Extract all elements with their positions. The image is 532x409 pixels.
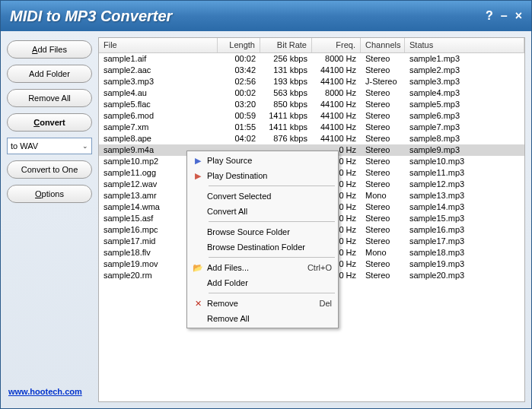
titlebar: MIDI to MP3 Converter ? – × [1, 1, 531, 31]
cell-status: sample16.mp3 [405, 224, 524, 236]
table-row[interactable]: sample8.ape04:02876 kbps44100 HzStereosa… [99, 133, 524, 144]
cell-status: sample1.mp3 [405, 53, 524, 65]
cell-freq: 44100 Hz [312, 133, 361, 144]
col-freq[interactable]: Freq. [312, 38, 361, 52]
cell-channels: Stereo [361, 144, 405, 156]
cell-length: 00:02 [218, 87, 260, 99]
ctx-add-files[interactable]: 📂 Add Files... Ctrl+O [189, 260, 336, 275]
add-files-button[interactable]: Add Files [7, 40, 92, 59]
ctx-separator [209, 221, 335, 222]
cell-file: sample4.au [99, 87, 218, 99]
ctx-separator [209, 257, 335, 258]
table-row[interactable]: sample3.mp302:56193 kbps44100 HzJ-Stereo… [99, 76, 524, 87]
delete-icon: ✕ [189, 299, 207, 309]
cell-length: 02:56 [218, 76, 260, 87]
cell-bitrate: 850 kbps [260, 99, 312, 110]
cell-channels: Stereo [361, 213, 405, 224]
cell-bitrate: 193 kbps [260, 76, 312, 87]
cell-length: 03:20 [218, 99, 260, 110]
table-row[interactable]: sample1.aif00:02256 kbps8000 HzStereosam… [99, 53, 524, 65]
cell-status: sample14.mp3 [405, 201, 524, 213]
cell-status: sample11.mp3 [405, 167, 524, 179]
cell-status: sample10.mp3 [405, 156, 524, 167]
col-file[interactable]: File [99, 38, 218, 52]
table-row[interactable]: sample2.aac03:42131 kbps44100 HzStereosa… [99, 65, 524, 76]
col-length[interactable]: Length [218, 38, 260, 52]
ctx-browse-destination[interactable]: Browse Destination Folder [189, 239, 336, 255]
cell-channels: Stereo [361, 65, 405, 76]
convert-button[interactable]: Convert [7, 113, 92, 132]
cell-status: sample13.mp3 [405, 190, 524, 201]
cell-channels: Stereo [361, 236, 405, 247]
cell-channels: Stereo [361, 224, 405, 236]
cell-bitrate: 256 kbps [260, 53, 312, 65]
context-menu: ▶ Play Source ▶ Play Destination Convert… [186, 151, 339, 328]
ctx-add-folder[interactable]: Add Folder [189, 275, 336, 290]
cell-freq: 8000 Hz [312, 87, 361, 99]
cell-channels: Stereo [361, 110, 405, 122]
ctx-play-source[interactable]: ▶ Play Source [189, 153, 336, 168]
cell-status: sample5.mp3 [405, 99, 524, 110]
table-row[interactable]: sample6.mod00:591411 kbps44100 HzStereos… [99, 110, 524, 122]
remove-all-button[interactable]: Remove All [7, 89, 92, 107]
cell-file: sample7.xm [99, 122, 218, 133]
col-channels[interactable]: Channels [361, 38, 405, 52]
add-folder-button[interactable]: Add Folder [7, 65, 92, 83]
ctx-browse-source[interactable]: Browse Source Folder [189, 224, 336, 239]
minimize-button[interactable]: – [501, 9, 508, 23]
table-row[interactable]: sample4.au00:02563 kbps8000 HzStereosamp… [99, 87, 524, 99]
cell-freq: 44100 Hz [312, 99, 361, 110]
ctx-play-destination[interactable]: ▶ Play Destination [189, 168, 336, 183]
cell-bitrate: 876 kbps [260, 133, 312, 144]
cell-file: sample3.mp3 [99, 76, 218, 87]
cell-channels: Stereo [361, 53, 405, 65]
cell-channels: Stereo [361, 167, 405, 179]
chevron-down-icon: ⌄ [82, 142, 88, 150]
ctx-convert-selected[interactable]: Convert Selected [189, 189, 336, 204]
ctx-remove-all[interactable]: Remove All [189, 311, 336, 326]
cell-channels: Stereo [361, 270, 405, 281]
website-link[interactable]: www.hootech.com [8, 387, 82, 396]
cell-status: sample19.mp3 [405, 258, 524, 270]
format-select[interactable]: to WAV ⌄ [7, 138, 92, 154]
cell-channels: Stereo [361, 133, 405, 144]
ctx-convert-all[interactable]: Convert All [189, 204, 336, 219]
cell-channels: Mono [361, 247, 405, 258]
cell-file: sample8.ape [99, 133, 218, 144]
options-button[interactable]: Options [7, 185, 92, 203]
titlebar-buttons: ? – × [486, 9, 522, 23]
play-icon: ▶ [189, 171, 207, 181]
cell-bitrate: 1411 kbps [260, 122, 312, 133]
cell-channels: Stereo [361, 201, 405, 213]
cell-status: sample8.mp3 [405, 133, 524, 144]
close-button[interactable]: × [515, 9, 522, 23]
col-bitrate[interactable]: Bit Rate [260, 38, 312, 52]
help-button[interactable]: ? [486, 9, 493, 23]
cell-status: sample12.mp3 [405, 179, 524, 190]
col-status[interactable]: Status [405, 38, 524, 52]
cell-channels: J-Stereo [361, 76, 405, 87]
app-title: MIDI to MP3 Converter [10, 8, 486, 25]
cell-channels: Stereo [361, 87, 405, 99]
convert-to-one-button[interactable]: Convert to One [7, 160, 92, 179]
cell-file: sample5.flac [99, 99, 218, 110]
cell-freq: 8000 Hz [312, 53, 361, 65]
cell-status: sample15.mp3 [405, 213, 524, 224]
cell-status: sample7.mp3 [405, 122, 524, 133]
cell-bitrate: 1411 kbps [260, 110, 312, 122]
cell-status: sample18.mp3 [405, 247, 524, 258]
table-row[interactable]: sample7.xm01:551411 kbps44100 HzStereosa… [99, 122, 524, 133]
cell-channels: Mono [361, 190, 405, 201]
cell-freq: 44100 Hz [312, 65, 361, 76]
ctx-remove[interactable]: ✕ Remove Del [189, 296, 336, 311]
cell-freq: 44100 Hz [312, 110, 361, 122]
format-select-value: to WAV [11, 141, 38, 151]
cell-bitrate: 131 kbps [260, 65, 312, 76]
table-row[interactable]: sample5.flac03:20850 kbps44100 HzStereos… [99, 99, 524, 110]
cell-file: sample6.mod [99, 110, 218, 122]
cell-status: sample2.mp3 [405, 65, 524, 76]
sidebar: Add Files Add Folder Remove All Convert … [1, 31, 98, 408]
cell-bitrate: 563 kbps [260, 87, 312, 99]
table-header: File Length Bit Rate Freq. Channels Stat… [99, 38, 524, 53]
cell-status: sample20.mp3 [405, 270, 524, 281]
